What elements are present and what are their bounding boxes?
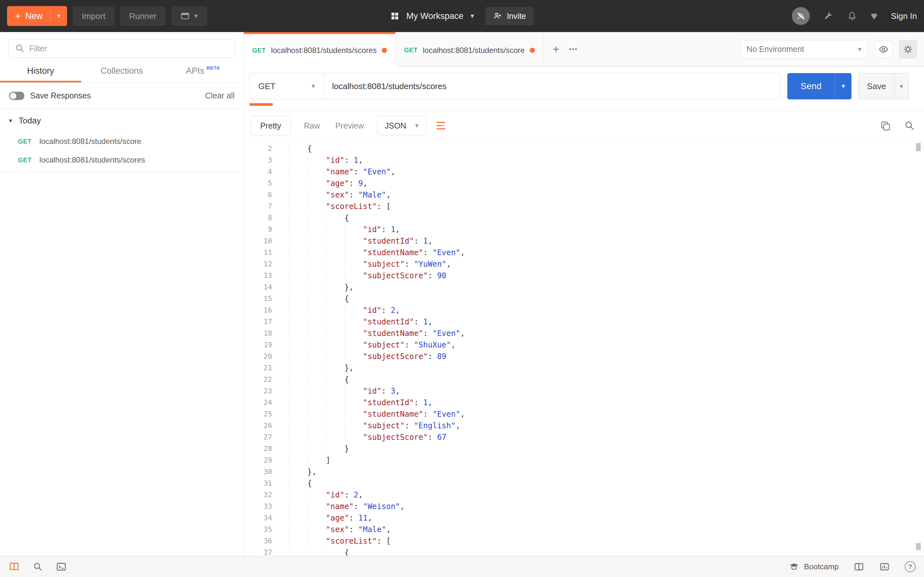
today-section-header[interactable]: ▾ Today	[0, 109, 244, 132]
notifications-bell-icon[interactable]	[847, 11, 857, 21]
two-pane-view-icon[interactable]	[853, 561, 864, 572]
bootcamp-button[interactable]: Bootcamp	[788, 561, 838, 572]
line-number: 11	[244, 247, 272, 258]
code-text: {	[272, 478, 312, 489]
code-text: "sex": "Male",	[272, 524, 391, 535]
code-line: 37 {	[244, 547, 924, 556]
wrench-icon[interactable]	[823, 11, 834, 21]
line-number: 31	[244, 478, 272, 489]
url-input[interactable]	[324, 81, 780, 91]
code-text: "subject": "English",	[272, 420, 460, 432]
tab-collections[interactable]: Collections	[81, 60, 162, 82]
code-text: {	[272, 374, 349, 385]
code-text: },	[272, 362, 354, 374]
api-docs-book-icon[interactable]	[8, 561, 20, 572]
history-item[interactable]: GETlocalhost:8081/students/scores	[0, 151, 244, 169]
today-section-label: Today	[19, 116, 41, 126]
filter-input[interactable]	[8, 39, 235, 58]
indent-whitespace	[289, 364, 344, 372]
sidebar: History Collections APIs BETA Save Respo…	[0, 32, 244, 556]
shortcuts-panel-icon[interactable]	[879, 561, 890, 572]
code-line: 6 "sex": "Male",	[244, 189, 924, 201]
method-select[interactable]: GET ▾	[250, 73, 324, 99]
method-label: GET	[18, 138, 32, 145]
code-line: 21 },	[244, 362, 924, 374]
find-icon[interactable]	[33, 562, 43, 572]
bootcamp-label: Bootcamp	[804, 562, 838, 571]
sign-in-button[interactable]: Sign In	[891, 11, 917, 21]
request-tab[interactable]: GETlocalhost:8081/students/scores	[244, 32, 396, 67]
wrap-text-button[interactable]	[435, 119, 447, 132]
line-number: 4	[244, 166, 272, 177]
new-button[interactable]: + New ▾	[7, 6, 67, 26]
code-text: "studentId": 1,	[272, 235, 433, 247]
response-body[interactable]: 2 {3 "id": 1,4 "name": "Even",5 "age": 9…	[244, 141, 924, 556]
code-line: 23 "id": 3,	[244, 385, 924, 397]
history-list: GETlocalhost:8081/students/scoreGETlocal…	[0, 132, 244, 173]
send-dropdown-caret[interactable]: ▾	[835, 73, 851, 99]
sync-off-icon	[796, 11, 806, 21]
save-responses-toggle[interactable]	[9, 92, 24, 100]
code-line: 27 "subjectScore": 67	[244, 432, 924, 443]
line-number: 33	[244, 501, 272, 512]
indent-whitespace	[289, 410, 363, 419]
line-number: 15	[244, 293, 272, 305]
code-text: },	[272, 466, 317, 478]
send-button-label[interactable]: Send	[787, 73, 835, 99]
unsaved-dot-icon	[382, 48, 387, 53]
indent-whitespace	[289, 271, 363, 280]
code-text: "studentName": "Even",	[272, 247, 465, 258]
workspace-switcher[interactable]: My Workspace ▾ Invite	[391, 7, 534, 25]
save-button[interactable]: Save ▾	[859, 73, 909, 99]
indent-whitespace	[289, 398, 363, 407]
environment-quick-look-button[interactable]	[875, 40, 893, 58]
heart-icon[interactable]: ♥	[871, 10, 877, 22]
code-line: 26 "subject": "English",	[244, 420, 924, 432]
add-tab-button[interactable]: +	[548, 41, 565, 58]
history-item[interactable]: GETlocalhost:8081/students/score	[0, 132, 244, 151]
code-line: 12 "subject": "YuWen",	[244, 258, 924, 270]
code-line: 34 "age": 11,	[244, 512, 924, 524]
view-tab-raw[interactable]: Raw	[301, 121, 322, 131]
code-text: },	[272, 282, 354, 293]
chevron-down-icon: ▾	[842, 82, 845, 90]
scrollbar-thumb[interactable]	[916, 143, 921, 151]
save-button-label[interactable]: Save	[859, 73, 894, 99]
environment-select[interactable]: No Environment ▾	[740, 40, 868, 59]
invite-button[interactable]: Invite	[486, 7, 534, 25]
line-number: 18	[244, 327, 272, 339]
scrollbar[interactable]	[916, 142, 921, 554]
view-tab-pretty[interactable]: Pretty	[250, 116, 291, 135]
indent-whitespace	[289, 179, 326, 188]
open-new-window-button[interactable]: ▾	[171, 6, 207, 26]
settings-button[interactable]	[899, 40, 917, 58]
search-response-button[interactable]	[904, 120, 915, 131]
clear-all-button[interactable]: Clear all	[205, 91, 234, 100]
import-button[interactable]: Import	[73, 6, 115, 26]
save-dropdown-caret[interactable]: ▾	[894, 73, 908, 99]
new-button-main[interactable]: + New	[7, 6, 50, 26]
response-format-select[interactable]: JSON ▾	[377, 116, 426, 135]
new-dropdown-caret[interactable]: ▾	[50, 6, 67, 26]
request-tab[interactable]: GETlocalhost:8081/students/score	[396, 32, 543, 66]
line-number: 20	[244, 351, 272, 362]
console-icon[interactable]	[56, 561, 67, 572]
line-number: 12	[244, 258, 272, 270]
copy-response-button[interactable]	[880, 120, 891, 131]
indent-whitespace	[289, 259, 363, 269]
tab-history[interactable]: History	[0, 60, 81, 82]
invite-person-icon	[493, 11, 502, 21]
gear-icon	[903, 44, 913, 55]
tab-apis[interactable]: APIs BETA	[162, 60, 244, 82]
indent-whitespace	[289, 156, 326, 165]
import-button-label: Import	[82, 11, 105, 21]
help-icon[interactable]: ?	[905, 561, 916, 572]
code-line: 3 "id": 1,	[244, 155, 924, 166]
runner-button[interactable]: Runner	[120, 6, 165, 26]
sync-off-button[interactable]	[792, 7, 810, 25]
send-button[interactable]: Send ▾	[787, 73, 851, 99]
view-tab-preview[interactable]: Preview	[333, 121, 367, 131]
workspace-grid-icon	[391, 11, 399, 21]
tab-options-icon[interactable]: •••	[565, 41, 582, 58]
code-line: 7 "scoreList": [	[244, 201, 924, 212]
